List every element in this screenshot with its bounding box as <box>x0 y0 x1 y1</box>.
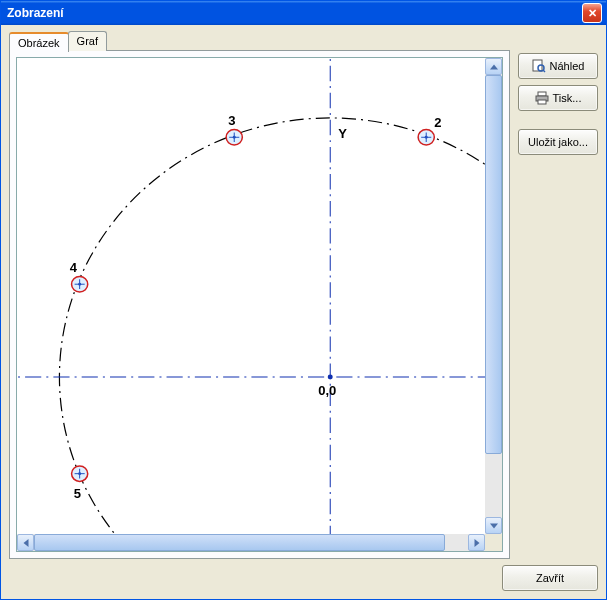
svg-rect-25 <box>538 100 546 104</box>
titlebar[interactable]: Zobrazení ✕ <box>1 1 606 25</box>
save-as-button[interactable]: Uložit jako... <box>518 129 598 155</box>
tab-image-label: Obrázek <box>18 37 60 49</box>
vertical-scroll-thumb[interactable] <box>485 75 502 454</box>
tab-image[interactable]: Obrázek <box>9 32 69 52</box>
svg-point-11 <box>233 136 236 139</box>
printer-icon <box>535 91 549 105</box>
client-area: Obrázek Graf 0,0 Y 2 3 <box>1 25 606 599</box>
print-button[interactable]: Tisk... <box>518 85 598 111</box>
right-column: Náhled Tisk... Uložit jako... <box>518 31 598 559</box>
svg-point-7 <box>425 136 428 139</box>
top-area: Obrázek Graf 0,0 Y 2 3 <box>9 31 598 559</box>
svg-point-0 <box>59 118 502 551</box>
scroll-right-button[interactable] <box>468 534 485 551</box>
svg-point-19 <box>78 472 81 475</box>
preview-label: Náhled <box>550 60 585 72</box>
scroll-down-button[interactable] <box>485 517 502 534</box>
magnifier-icon <box>532 59 546 73</box>
close-button[interactable]: Zavřít <box>502 565 598 591</box>
left-column: Obrázek Graf 0,0 Y 2 3 <box>9 31 510 559</box>
bottom-bar: Zavřít <box>9 565 598 591</box>
drawing-svg <box>17 58 502 551</box>
y-axis-label: Y <box>338 126 347 141</box>
scroll-up-button[interactable] <box>485 58 502 75</box>
chevron-up-icon <box>490 64 498 69</box>
horizontal-scrollbar[interactable] <box>17 534 485 551</box>
scroll-corner <box>485 534 502 551</box>
svg-point-15 <box>78 283 81 286</box>
close-label: Zavřít <box>536 572 564 584</box>
tab-page: 0,0 Y 2 3 4 5 <box>9 50 510 559</box>
vertical-scrollbar[interactable] <box>485 58 502 534</box>
tab-graph[interactable]: Graf <box>68 31 107 51</box>
print-label: Tisk... <box>553 92 582 104</box>
horizontal-scroll-thumb[interactable] <box>34 534 445 551</box>
svg-rect-23 <box>538 92 546 96</box>
chevron-down-icon <box>490 523 498 528</box>
point-label-4: 4 <box>70 260 77 275</box>
point-label-2: 2 <box>434 115 441 130</box>
preview-button[interactable]: Náhled <box>518 53 598 79</box>
save-as-label: Uložit jako... <box>528 136 588 148</box>
scroll-left-button[interactable] <box>17 534 34 551</box>
display-window: Zobrazení ✕ Obrázek Graf <box>0 0 607 600</box>
tab-bar: Obrázek Graf <box>9 31 510 51</box>
point-label-5: 5 <box>74 486 81 501</box>
svg-point-3 <box>328 375 333 380</box>
chevron-right-icon <box>474 539 479 547</box>
close-icon: ✕ <box>588 7 597 20</box>
point-label-3: 3 <box>228 113 235 128</box>
chevron-left-icon <box>23 539 28 547</box>
window-close-button[interactable]: ✕ <box>582 3 602 23</box>
tab-graph-label: Graf <box>77 35 98 47</box>
canvas-frame: 0,0 Y 2 3 4 5 <box>16 57 503 552</box>
origin-label: 0,0 <box>318 383 336 398</box>
svg-line-22 <box>543 70 545 72</box>
drawing-canvas[interactable]: 0,0 Y 2 3 4 5 <box>17 58 502 551</box>
window-title: Zobrazení <box>7 6 582 20</box>
